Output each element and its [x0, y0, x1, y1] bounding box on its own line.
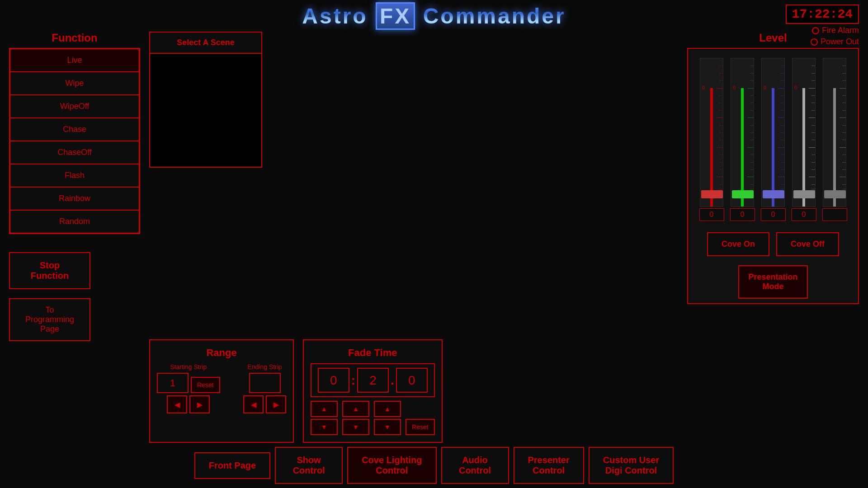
- slider-green-value: 0: [730, 208, 755, 221]
- tick: [811, 95, 815, 96]
- white2-handle[interactable]: [824, 190, 846, 198]
- to-programming-button[interactable]: ToProgrammingPage: [9, 298, 90, 341]
- nav-show-control[interactable]: ShowControl: [275, 447, 343, 484]
- nav-presenter-control[interactable]: PresenterControl: [514, 447, 584, 484]
- tick: [781, 103, 784, 103]
- cove-buttons: Cove On Cove Off: [707, 232, 839, 256]
- fade-section: Fade Time 0 : 2 . 0 ▲ ▼ ▲ ▼: [303, 339, 443, 443]
- fade-reset[interactable]: Reset: [406, 419, 435, 435]
- nav-audio-control[interactable]: AudioControl: [441, 447, 509, 484]
- cove-on-button[interactable]: Cove On: [707, 232, 769, 256]
- tick: [719, 66, 723, 66]
- nav-custom-digi-control[interactable]: Custom UserDigi Control: [589, 447, 674, 484]
- tick: [809, 177, 815, 177]
- tick: [717, 177, 723, 177]
- tick: [778, 88, 784, 89]
- blue-handle[interactable]: [763, 190, 784, 198]
- tick: [811, 66, 815, 66]
- green-handle[interactable]: [732, 190, 754, 198]
- tick: [781, 155, 784, 155]
- tick: [811, 103, 815, 103]
- tick: [719, 162, 723, 163]
- tick: [842, 162, 846, 163]
- fade-digit2-up[interactable]: ▲: [374, 401, 401, 417]
- function-item-chase[interactable]: Chase: [10, 118, 139, 141]
- slider-white2-track[interactable]: [823, 58, 846, 207]
- tick: [842, 103, 846, 103]
- bottom-navigation: Front Page ShowControl Cove LightingCont…: [0, 443, 868, 488]
- cove-off-button[interactable]: Cove Off: [776, 232, 839, 256]
- tick: [719, 132, 723, 133]
- fade-digit1-dn[interactable]: ▼: [342, 419, 369, 435]
- fade-col-0-arrows: ▲ ▼: [311, 401, 338, 435]
- fade-digit0-up[interactable]: ▲: [311, 401, 338, 417]
- ending-strip-display: [249, 373, 281, 393]
- tick: [811, 73, 815, 74]
- function-list: Live Wipe WipeOff Chase ChaseOff Flash R…: [9, 48, 140, 234]
- ending-strip-left[interactable]: ◀: [243, 395, 264, 413]
- middle-column: Select A Scene Range Starting Strip 1 Re…: [149, 32, 678, 443]
- nav-front-page[interactable]: Front Page: [194, 452, 270, 479]
- main-layout: Function Live Wipe WipeOff Chase ChaseOf…: [0, 32, 868, 443]
- ending-strip-right[interactable]: ▶: [266, 395, 286, 413]
- function-item-flash[interactable]: Flash: [10, 164, 139, 187]
- fade-controls: ▲ ▼ ▲ ▼ ▲ ▼ Reset: [311, 401, 435, 435]
- slider-white2: [821, 58, 848, 221]
- tick: [842, 140, 846, 140]
- function-item-live[interactable]: Live: [10, 49, 139, 72]
- nav-cove-lighting-control[interactable]: Cove LightingControl: [347, 447, 436, 484]
- tick: [781, 80, 784, 81]
- fade-digit2-dn[interactable]: ▼: [374, 419, 401, 435]
- ending-strip-arrows: ◀ ▶: [243, 395, 286, 413]
- fade-title: Fade Time: [311, 347, 435, 359]
- tick: [811, 80, 815, 81]
- white-handle[interactable]: [793, 190, 815, 198]
- ending-strip-group: Ending Strip ◀ ▶: [243, 363, 286, 413]
- green-zero-label: 0: [733, 85, 736, 90]
- tick: [781, 95, 784, 96]
- fade-digit-2: 0: [396, 368, 428, 393]
- fade-digit1-up[interactable]: ▲: [342, 401, 369, 417]
- function-item-rainbow[interactable]: Rainbow: [10, 187, 139, 210]
- slider-white-track[interactable]: 0: [792, 58, 816, 207]
- tick: [781, 184, 784, 185]
- function-item-wipeoff[interactable]: WipeOff: [10, 95, 139, 118]
- function-item-chaseoff[interactable]: ChaseOff: [10, 141, 139, 164]
- function-item-random[interactable]: Random: [10, 210, 139, 233]
- tick: [719, 80, 723, 81]
- tick: [809, 147, 815, 148]
- tick: [717, 88, 723, 89]
- slider-red-track[interactable]: 0: [700, 58, 723, 207]
- slider-white: 0 0: [790, 58, 817, 221]
- pres-mode-wrapper: PresentationMode: [738, 261, 807, 299]
- slider-blue-value: 0: [761, 208, 786, 221]
- tick: [811, 110, 815, 111]
- red-fill: [710, 88, 713, 206]
- starting-strip-reset[interactable]: Reset: [191, 377, 220, 393]
- red-zero-label: 0: [702, 85, 705, 90]
- tick: [778, 117, 784, 118]
- fade-digit-0: 0: [318, 368, 349, 393]
- presentation-mode-button[interactable]: PresentationMode: [738, 265, 807, 299]
- fade-digit-1: 2: [357, 368, 389, 393]
- slider-green-track[interactable]: 0: [731, 58, 754, 207]
- blue-zero-label: 0: [764, 85, 766, 90]
- fade-digit0-dn[interactable]: ▼: [311, 419, 338, 435]
- starting-strip-right[interactable]: ▶: [189, 395, 210, 413]
- tick: [778, 147, 784, 148]
- sliders-area: 0 0: [696, 53, 850, 225]
- tick: [842, 66, 846, 66]
- tick: [750, 103, 754, 103]
- function-item-wipe[interactable]: Wipe: [10, 72, 139, 95]
- tick: [747, 117, 754, 118]
- level-title: Level: [687, 32, 859, 44]
- tick: [750, 155, 754, 155]
- tick: [840, 147, 846, 148]
- white-fill: [802, 88, 805, 206]
- starting-strip-left[interactable]: ◀: [167, 395, 187, 413]
- red-handle[interactable]: [701, 190, 723, 198]
- slider-blue-track[interactable]: 0: [761, 58, 785, 207]
- logo-astro: Astro: [302, 4, 376, 28]
- stop-function-button[interactable]: StopFunction: [9, 252, 90, 289]
- tick: [781, 140, 784, 140]
